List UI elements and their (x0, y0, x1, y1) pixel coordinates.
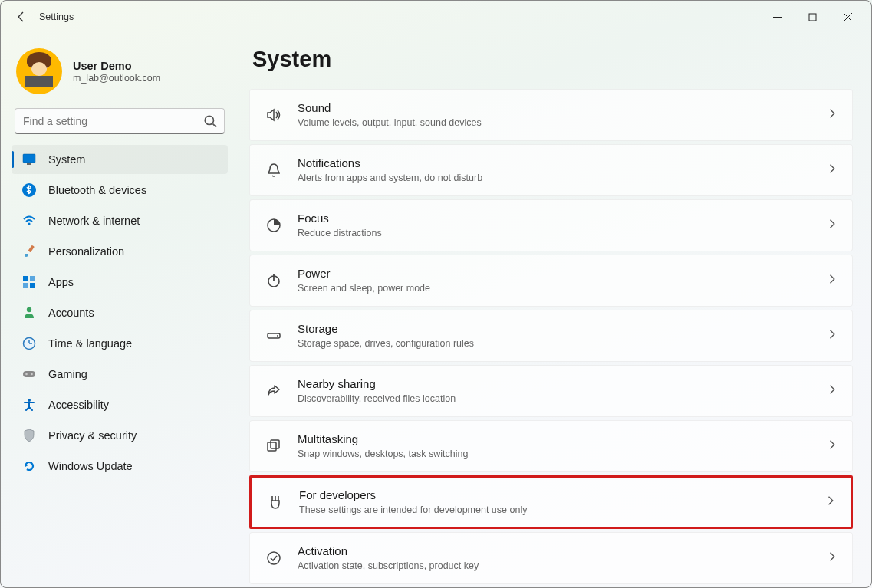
window-maximize-button[interactable] (795, 5, 830, 29)
settings-item-desc: Volume levels, output, input, sound devi… (298, 117, 482, 130)
multitask-icon (264, 436, 284, 456)
sidebar-item-network[interactable]: Network & internet (12, 206, 228, 235)
window-title: Settings (39, 11, 74, 22)
sidebar-item-label: Time & language (48, 337, 132, 350)
settings-item-title: Focus (298, 211, 382, 226)
apps-icon (22, 275, 36, 289)
titlebar: Settings (1, 1, 871, 33)
settings-item-developers[interactable]: For developersThese settings are intende… (249, 475, 853, 529)
chevron-right-icon (828, 439, 838, 453)
settings-item-power[interactable]: PowerScreen and sleep, power mode (249, 255, 853, 307)
chevron-right-icon (828, 218, 838, 232)
bluetooth-icon (22, 183, 36, 197)
settings-item-title: Nearby sharing (298, 376, 456, 392)
user-name: User Demo (73, 59, 160, 74)
window-minimize-button[interactable] (759, 5, 795, 29)
svg-rect-27 (809, 14, 816, 21)
settings-item-activation[interactable]: ActivationActivation state, subscription… (249, 532, 853, 584)
sidebar-item-accessibility[interactable]: Accessibility (12, 390, 228, 419)
share-icon (264, 381, 284, 401)
sidebar-item-label: Apps (48, 276, 74, 288)
settings-item-storage[interactable]: StorageStorage space, drives, configurat… (249, 310, 853, 362)
nav: SystemBluetooth & devicesNetwork & inter… (12, 145, 228, 481)
chevron-right-icon (828, 551, 838, 565)
chevron-right-icon (826, 495, 837, 509)
chevron-right-icon (828, 163, 838, 177)
clock-icon (22, 337, 36, 350)
settings-item-multitasking[interactable]: MultitaskingSnap windows, desktops, task… (249, 420, 853, 472)
brush-icon (22, 245, 36, 258)
power-icon (264, 271, 284, 291)
settings-item-desc: Reduce distractions (298, 227, 382, 240)
sidebar-item-bluetooth[interactable]: Bluetooth & devices (12, 176, 228, 205)
sidebar-item-label: Accounts (48, 307, 94, 319)
chevron-right-icon (828, 384, 838, 398)
search-icon (203, 114, 217, 128)
back-button[interactable] (7, 2, 36, 31)
user-block[interactable]: User Demo m_lab@outlook.com (12, 44, 228, 108)
sidebar: User Demo m_lab@outlook.com SystemBlueto… (1, 33, 239, 587)
sidebar-item-label: Accessibility (48, 399, 109, 411)
settings-item-nearby[interactable]: Nearby sharingDiscoverability, received … (249, 365, 853, 417)
focus-icon (264, 215, 284, 235)
sidebar-item-label: System (48, 153, 85, 166)
sidebar-item-label: Bluetooth & devices (48, 184, 146, 196)
sidebar-item-label: Privacy & security (48, 429, 137, 442)
settings-item-desc: Snap windows, desktops, task switching (298, 448, 468, 461)
settings-item-notifications[interactable]: NotificationsAlerts from apps and system… (249, 144, 853, 196)
avatar (16, 48, 62, 94)
chevron-right-icon (828, 108, 838, 122)
window-close-button[interactable] (830, 5, 865, 29)
wifi-icon (22, 214, 36, 228)
drive-icon (264, 326, 284, 346)
sidebar-item-personalization[interactable]: Personalization (12, 237, 228, 266)
sidebar-item-label: Windows Update (48, 460, 133, 472)
settings-item-desc: Alerts from apps and system, do not dist… (298, 172, 482, 185)
search-container (15, 108, 225, 134)
main: System SoundVolume levels, output, input… (239, 33, 871, 587)
settings-item-title: For developers (299, 488, 527, 503)
sidebar-item-label: Personalization (48, 245, 124, 258)
refresh-icon (22, 459, 36, 473)
settings-item-title: Activation (298, 544, 479, 559)
gamepad-icon (22, 367, 36, 381)
settings-item-sound[interactable]: SoundVolume levels, output, input, sound… (249, 89, 853, 141)
settings-item-title: Multitasking (298, 432, 468, 447)
sidebar-item-time[interactable]: Time & language (12, 329, 228, 358)
sidebar-item-privacy[interactable]: Privacy & security (12, 421, 228, 450)
shield-icon (22, 429, 36, 442)
search-input[interactable] (15, 108, 225, 134)
page-title: System (252, 47, 853, 72)
sound-icon (264, 105, 284, 125)
settings-item-title: Sound (298, 100, 482, 116)
sidebar-item-accounts[interactable]: Accounts (12, 298, 228, 327)
settings-item-title: Notifications (298, 156, 482, 171)
settings-item-title: Power (298, 266, 430, 281)
settings-item-title: Storage (298, 321, 474, 337)
sidebar-item-gaming[interactable]: Gaming (12, 360, 228, 389)
settings-item-desc: Discoverability, received files location (298, 393, 456, 406)
person-icon (22, 306, 36, 320)
settings-item-desc: Screen and sleep, power mode (298, 282, 430, 295)
settings-item-focus[interactable]: FocusReduce distractions (249, 199, 853, 251)
user-email: m_lab@outlook.com (73, 73, 160, 84)
check-circle-icon (264, 548, 284, 568)
settings-item-desc: Activation state, subscriptions, product… (298, 560, 479, 573)
bell-icon (264, 160, 284, 180)
accessibility-icon (22, 398, 36, 412)
settings-item-desc: Storage space, drives, configuration rul… (298, 337, 474, 350)
sidebar-item-label: Gaming (48, 368, 87, 380)
sidebar-item-label: Network & internet (48, 215, 140, 227)
wrench-icon (265, 492, 285, 512)
monitor-icon (22, 153, 36, 166)
sidebar-item-update[interactable]: Windows Update (12, 452, 228, 481)
sidebar-item-system[interactable]: System (12, 145, 228, 174)
sidebar-item-apps[interactable]: Apps (12, 268, 228, 297)
settings-item-desc: These settings are intended for developm… (299, 504, 527, 517)
chevron-right-icon (828, 329, 838, 343)
chevron-right-icon (828, 274, 838, 287)
